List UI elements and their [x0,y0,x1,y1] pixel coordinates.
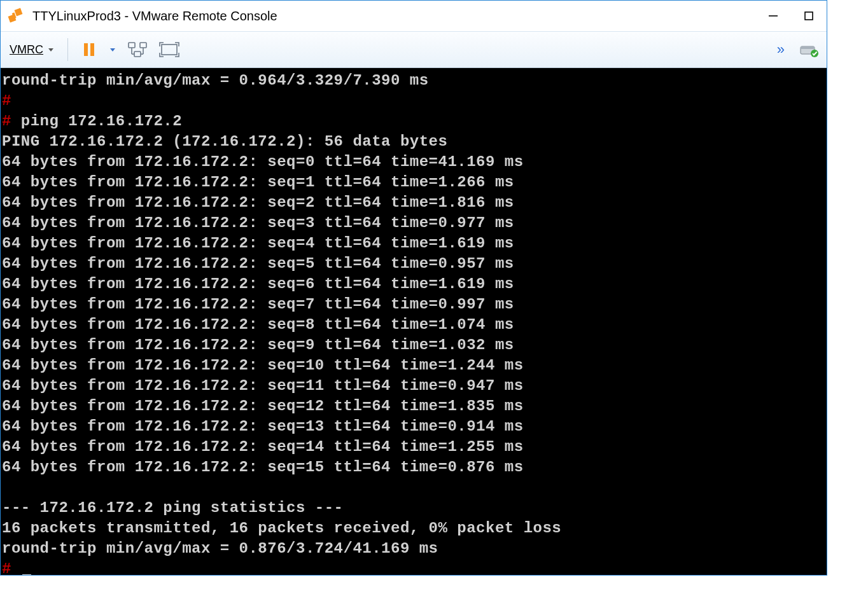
ping-reply: 64 bytes from 172.16.172.2: seq=10 ttl=6… [2,357,524,374]
ping-reply: 64 bytes from 172.16.172.2: seq=8 ttl=64… [2,316,514,333]
ping-reply: 64 bytes from 172.16.172.2: seq=4 ttl=64… [2,235,514,252]
ping-reply: 64 bytes from 172.16.172.2: seq=11 ttl=6… [2,377,524,394]
ping-reply: 64 bytes from 172.16.172.2: seq=15 ttl=6… [2,459,524,476]
maximize-button[interactable] [791,1,827,31]
svg-rect-7 [90,43,94,56]
shell-prompt: # [2,92,11,109]
ping-reply: 64 bytes from 172.16.172.2: seq=7 ttl=64… [2,296,514,313]
window-controls [755,1,827,31]
shell-prompt: # [2,113,11,130]
pause-button[interactable] [77,38,101,62]
ping-stats-header: --- 172.16.172.2 ping statistics --- [2,499,343,516]
command-text: ping 172.16.172.2 [21,113,182,130]
ping-stats-packets: 16 packets transmitted, 16 packets recei… [2,520,561,537]
ping-reply: 64 bytes from 172.16.172.2: seq=9 ttl=64… [2,336,514,354]
ping-header: PING 172.16.172.2 (172.16.172.2): 56 dat… [2,133,447,150]
svg-rect-1 [15,8,23,17]
round-trip-summary-prev: round-trip min/avg/max = 0.964/3.329/7.3… [2,72,429,89]
svg-rect-18 [801,46,815,49]
send-ctrl-alt-del-button[interactable] [124,38,151,62]
ping-reply: 64 bytes from 172.16.172.2: seq=6 ttl=64… [2,275,514,293]
ping-reply: 64 bytes from 172.16.172.2: seq=2 ttl=64… [2,194,514,211]
ping-reply: 64 bytes from 172.16.172.2: seq=12 ttl=6… [2,397,524,415]
minimize-button[interactable] [755,1,791,31]
svg-rect-10 [140,43,146,48]
vmrc-menu-button[interactable]: VMRC [6,41,59,59]
svg-rect-16 [162,45,177,55]
svg-marker-8 [110,48,115,52]
dropdown-arrow-icon [47,46,55,53]
svg-rect-9 [129,43,135,48]
toolbar: VMRC [1,32,827,68]
ping-reply: 64 bytes from 172.16.172.2: seq=5 ttl=64… [2,255,514,272]
cursor [22,574,31,575]
toolbar-separator [67,38,68,61]
pause-dropdown-arrow[interactable] [106,43,119,56]
svg-rect-11 [134,52,141,57]
ping-stats-roundtrip: round-trip min/avg/max = 0.876/3.724/41.… [2,540,438,557]
ping-reply: 64 bytes from 172.16.172.2: seq=0 ttl=64… [2,153,524,170]
connected-drive-icon[interactable] [796,39,822,60]
ping-reply: 64 bytes from 172.16.172.2: seq=14 ttl=6… [2,438,524,455]
fullscreen-button[interactable] [156,38,183,61]
ping-reply: 64 bytes from 172.16.172.2: seq=1 ttl=64… [2,174,514,191]
app-icon [6,6,26,26]
toolbar-overflow-icon[interactable]: » [777,41,791,58]
ping-reply: 64 bytes from 172.16.172.2: seq=13 ttl=6… [2,418,524,435]
titlebar[interactable]: TTYLinuxProd3 - VMware Remote Console [1,1,827,32]
svg-marker-5 [48,48,53,52]
svg-rect-4 [805,12,813,20]
vmware-remote-console-window: TTYLinuxProd3 - VMware Remote Console VM… [0,0,827,576]
terminal-output[interactable]: round-trip min/avg/max = 0.964/3.329/7.3… [1,68,827,575]
svg-rect-6 [84,43,88,56]
window-title: TTYLinuxProd3 - VMware Remote Console [32,9,755,24]
vmrc-menu-label: VMRC [10,43,43,57]
shell-prompt: # [2,560,11,575]
ping-reply: 64 bytes from 172.16.172.2: seq=3 ttl=64… [2,214,514,231]
